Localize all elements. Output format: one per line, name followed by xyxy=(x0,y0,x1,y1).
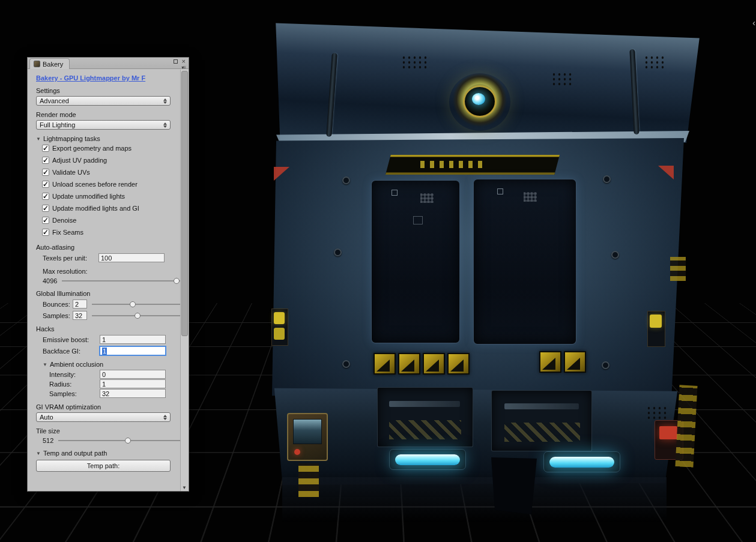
gi-samples-slider[interactable] xyxy=(92,313,180,319)
ao-samples-field[interactable]: 32 xyxy=(100,389,166,398)
render-mode-dropdown[interactable]: Full Lighting xyxy=(36,120,171,130)
checkbox-checked-icon[interactable] xyxy=(42,193,49,200)
settings-dropdown[interactable]: Advanced xyxy=(36,96,171,106)
model-yellow-button-1 xyxy=(373,353,396,375)
hacks-label: Hacks xyxy=(36,325,180,333)
foldout-triangle-icon: ▼ xyxy=(36,451,41,456)
bounces-slider[interactable] xyxy=(92,301,180,307)
checkbox-row[interactable]: Unload scenes before render xyxy=(42,178,180,190)
model-door-left-checker xyxy=(420,193,434,203)
unity-editor-root: ‹ Bakery × ▾≡ Bakery - GPU Lightmapper b… xyxy=(0,0,756,542)
checkbox-checked-icon[interactable] xyxy=(42,217,49,224)
temp-path-button[interactable]: Temp path: xyxy=(36,460,171,472)
ao-radius-field[interactable]: 1 xyxy=(100,379,166,388)
lightmapping-tasks-foldout[interactable]: ▼ Lightmapping tasks xyxy=(36,135,180,142)
model-glow-tube-right-casing xyxy=(543,451,620,472)
checkbox-checked-icon[interactable] xyxy=(42,157,49,164)
checkbox-row[interactable]: Denoise xyxy=(42,214,180,226)
bakery-window: Bakery × ▾≡ Bakery - GPU Lightmapper by … xyxy=(27,57,189,492)
model-door-left-corner-mark xyxy=(392,190,398,196)
ao-intensity-field[interactable]: 0 xyxy=(100,370,166,379)
model-glow-tube-right xyxy=(549,457,614,468)
model-door-left-glyph xyxy=(413,216,423,224)
model-bolt-5 xyxy=(334,248,342,256)
bakery-header-link[interactable]: Bakery - GPU Lightmapper by Mr F xyxy=(36,74,180,82)
checkbox-row[interactable]: Update modified lights and GI xyxy=(42,202,180,214)
model-door-right-checker xyxy=(524,192,537,202)
model-left-bottom-stripes xyxy=(298,463,319,497)
model-bolt-1 xyxy=(342,176,350,184)
checkbox-row[interactable]: Update unmodified lights xyxy=(42,190,180,202)
temp-output-path-foldout[interactable]: ▼ Temp and output path xyxy=(36,450,180,457)
model-left-console-screen xyxy=(293,419,322,444)
bakery-scrollbar[interactable]: ▼ xyxy=(180,70,189,491)
model-door-left xyxy=(371,180,460,343)
model-left-edge-yellow-2 xyxy=(274,328,285,340)
model-hatch-stripes-left xyxy=(389,420,461,439)
model-dot-cluster-2 xyxy=(551,72,574,85)
backface-gi-field[interactable]: 1 xyxy=(100,346,166,355)
close-icon[interactable]: × xyxy=(182,59,186,64)
model-glow-tube-left-casing xyxy=(389,449,466,470)
model-right-edge-vent xyxy=(670,257,686,281)
bakery-content: Bakery - GPU Lightmapper by Mr F Setting… xyxy=(28,70,180,491)
foldout-triangle-icon: ▼ xyxy=(36,136,41,142)
emissive-boost-field[interactable]: 1 xyxy=(100,335,166,344)
max-resolution-label: Max resolution: xyxy=(43,268,180,275)
ao-radius-label: Radius: xyxy=(49,381,100,388)
model-left-edge-yellow-1 xyxy=(274,312,285,324)
maximize-icon[interactable] xyxy=(174,59,178,64)
tile-size-label: Tile size xyxy=(36,427,180,435)
dropdown-arrows-icon xyxy=(163,122,167,128)
bakery-titlebar[interactable]: Bakery × ▾≡ xyxy=(28,58,189,69)
checkbox-checked-icon[interactable] xyxy=(42,181,49,188)
texels-per-unit-field[interactable]: 100 xyxy=(98,253,165,262)
max-resolution-value: 4096 xyxy=(43,277,57,285)
checkbox-label: Update unmodified lights xyxy=(52,193,125,200)
viewport-collapse-arrow-icon[interactable]: ‹ xyxy=(752,18,755,27)
lightmapping-tasks-label: Lightmapping tasks xyxy=(43,135,100,142)
model-bolt-2 xyxy=(603,175,611,183)
bakery-tab[interactable]: Bakery xyxy=(29,58,70,69)
checkbox-row[interactable]: Fix Seams xyxy=(42,226,180,238)
max-resolution-slider[interactable] xyxy=(62,278,180,284)
model-tech-label-right xyxy=(504,403,579,409)
slider-thumb[interactable] xyxy=(125,438,131,444)
gi-vram-dropdown[interactable]: Auto xyxy=(36,412,171,422)
slider-thumb[interactable] xyxy=(135,313,141,319)
dropdown-arrows-icon xyxy=(163,98,167,104)
checkbox-checked-icon[interactable] xyxy=(42,229,49,236)
model-bottom-shadow xyxy=(282,477,667,522)
model-yellow-button-2 xyxy=(398,353,420,375)
tile-size-slider[interactable] xyxy=(58,438,180,444)
checkbox-checked-icon[interactable] xyxy=(42,145,49,152)
model-bottom-notch xyxy=(491,457,537,514)
checkbox-label: Denoise xyxy=(52,217,76,224)
checkbox-label: Fix Seams xyxy=(52,229,83,236)
model-left-console-red-light xyxy=(294,449,300,455)
gi-vram-dropdown-value: Auto xyxy=(40,414,53,421)
scrollbar-down-arrow-icon[interactable]: ▼ xyxy=(182,485,187,490)
slider-thumb[interactable] xyxy=(130,301,136,307)
scrollbar-thumb[interactable] xyxy=(181,71,188,336)
gi-samples-field[interactable]: 32 xyxy=(73,311,87,320)
checkbox-row[interactable]: Export geometry and maps xyxy=(42,142,180,154)
slider-thumb[interactable] xyxy=(174,278,180,284)
model-yellow-button-5 xyxy=(539,351,561,373)
checkbox-checked-icon[interactable] xyxy=(42,169,49,176)
dropdown-arrows-icon xyxy=(163,415,167,420)
model-hatch-stripes-right xyxy=(504,423,580,442)
bounces-field[interactable]: 2 xyxy=(73,300,87,309)
model-dot-cluster-3 xyxy=(644,55,667,68)
ambient-occlusion-label: Ambient occlusion xyxy=(50,361,103,368)
bakery-tab-label: Bakery xyxy=(43,61,63,68)
model-glow-tube-left xyxy=(395,454,460,465)
bakery-tab-icon xyxy=(34,61,40,67)
checkbox-row[interactable]: Adjust UV padding xyxy=(42,154,180,166)
checkbox-row[interactable]: Validate UVs xyxy=(42,166,180,178)
model-tech-panel-right xyxy=(491,390,592,451)
ambient-occlusion-foldout[interactable]: ▼ Ambient occlusion xyxy=(43,361,180,368)
checkbox-checked-icon[interactable] xyxy=(42,205,49,212)
model-door-right-corner-mark xyxy=(497,188,503,194)
model-emblem-glow-eye xyxy=(472,93,485,105)
